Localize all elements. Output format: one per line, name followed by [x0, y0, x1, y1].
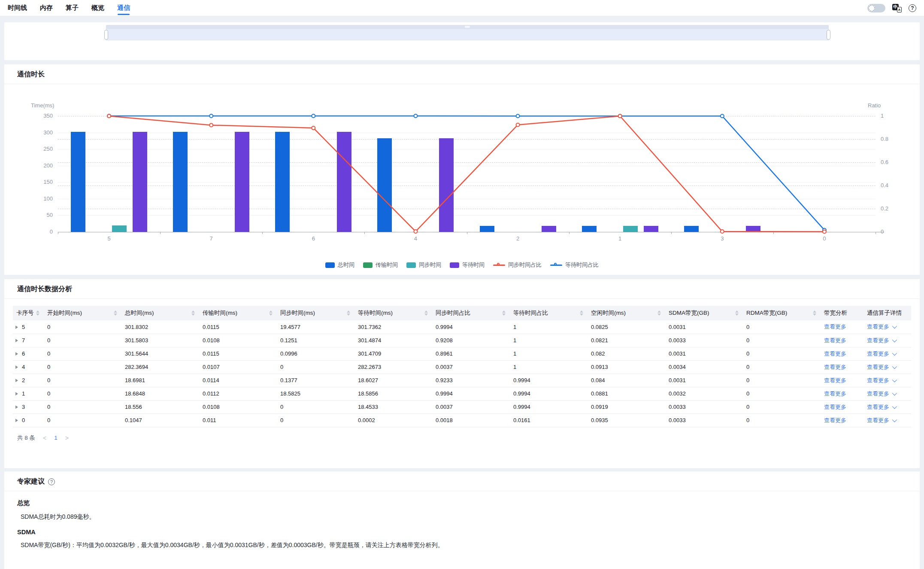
sort-icon[interactable] [657, 310, 661, 316]
prev-page-button[interactable]: < [43, 435, 46, 441]
operator-detail-link[interactable]: 查看更多 [867, 364, 889, 370]
expand-row-icon[interactable] [15, 326, 18, 329]
operator-detail-cell: 查看更多 [863, 320, 911, 334]
legend-item-同步时间[interactable]: 同步时间 [406, 261, 441, 269]
operator-detail-link[interactable]: 查看更多 [867, 337, 889, 344]
sort-icon[interactable] [191, 310, 195, 316]
column-header-inner: 传输时间(ms) [199, 309, 277, 317]
value-cell: 18.6981 [121, 374, 199, 387]
expand-row-icon[interactable] [15, 405, 18, 409]
expand-row-icon[interactable] [15, 419, 18, 422]
expand-row-icon[interactable] [15, 379, 18, 382]
sort-icon[interactable] [114, 310, 117, 316]
expand-row-icon[interactable] [15, 339, 18, 342]
view-more-link[interactable]: 查看更多 [824, 323, 846, 330]
expand-row-icon[interactable] [15, 352, 18, 356]
chevron-down-icon[interactable] [892, 337, 897, 342]
view-more-link[interactable]: 查看更多 [824, 417, 846, 423]
card-number: 7 [22, 337, 25, 344]
view-more-link[interactable]: 查看更多 [824, 390, 846, 397]
value-cell: 0 [44, 347, 121, 360]
marker-同步时间占比 [721, 230, 724, 233]
bandwidth-analysis-cell: 查看更多 [821, 360, 863, 374]
view-more-link[interactable]: 查看更多 [824, 364, 846, 370]
operator-detail-link[interactable]: 查看更多 [867, 390, 889, 397]
question-circle-icon[interactable]: ? [48, 478, 55, 485]
tab-operator[interactable]: 算子 [66, 0, 79, 16]
legend-item-传输时间[interactable]: 传输时间 [363, 261, 398, 269]
column-header-inner: 同步时间占比 [432, 309, 510, 317]
operator-detail-link[interactable]: 查看更多 [867, 404, 889, 410]
language-switch-icon[interactable]: 中 A [892, 4, 902, 12]
view-more-link[interactable]: 查看更多 [824, 377, 846, 383]
slider-track[interactable] [106, 25, 829, 29]
operator-detail-cell: 查看更多 [863, 387, 911, 400]
next-page-button[interactable]: > [65, 435, 69, 441]
tab-communication[interactable]: 通信 [117, 0, 130, 16]
sort-icon[interactable] [580, 310, 583, 316]
value-cell: 0 [44, 414, 121, 427]
column-header-inner: 通信算子详情 [863, 309, 911, 317]
sort-icon[interactable] [735, 310, 739, 316]
help-icon[interactable]: ? [909, 4, 916, 12]
legend-item-等待时间占比[interactable]: 等待时间占比 [550, 261, 599, 269]
card-number-cell: 6 [13, 347, 44, 360]
duration-analysis-section: 通信时长数据分析 卡序号开始时间(ms)总时间(ms)传输时间(ms)同步时间(… [4, 279, 920, 468]
slider-selected-window[interactable] [106, 29, 829, 40]
sort-icon[interactable] [36, 310, 39, 316]
sort-icon[interactable] [424, 310, 428, 316]
value-cell: 0 [44, 334, 121, 347]
column-header-inner: 带宽分析 [821, 309, 863, 317]
operator-detail-link[interactable]: 查看更多 [867, 377, 889, 383]
legend-item-同步时间占比[interactable]: 同步时间占比 [493, 261, 542, 269]
operator-detail-link[interactable]: 查看更多 [867, 417, 889, 423]
value-cell: 0 [44, 387, 121, 400]
tab-timeline[interactable]: 时间线 [8, 0, 27, 16]
value-cell: 0.0919 [588, 400, 665, 414]
sort-icon[interactable] [813, 310, 816, 316]
tab-memory[interactable]: 内存 [40, 0, 53, 16]
section-title-expert: 专家建议 [4, 472, 45, 491]
value-cell: 0.0821 [588, 334, 665, 347]
value-cell: 0.0107 [199, 360, 277, 374]
tab-overview[interactable]: 概览 [91, 0, 104, 16]
bandwidth-analysis-cell: 查看更多 [821, 347, 863, 360]
slider-handle-right[interactable] [827, 30, 830, 40]
legend-label: 等待时间占比 [565, 261, 599, 269]
chevron-down-icon[interactable] [892, 404, 897, 408]
view-more-link[interactable]: 查看更多 [824, 337, 846, 344]
chevron-down-icon[interactable] [892, 324, 897, 329]
value-cell: 301.5644 [121, 347, 199, 360]
operator-detail-link[interactable]: 查看更多 [867, 350, 889, 357]
operator-detail-link[interactable]: 查看更多 [867, 323, 889, 330]
chevron-down-icon[interactable] [892, 377, 897, 382]
slider-handle-left[interactable] [104, 30, 108, 40]
page-number-button[interactable]: 1 [54, 435, 58, 441]
chevron-down-icon[interactable] [892, 364, 897, 368]
line-同步时间占比 [109, 116, 824, 231]
value-cell: 0 [277, 414, 354, 427]
chevron-down-icon[interactable] [892, 350, 897, 355]
theme-toggle[interactable] [867, 4, 885, 12]
marker-同步时间占比 [414, 230, 417, 233]
expand-row-icon[interactable] [15, 365, 18, 369]
legend-item-总时间[interactable]: 总时间 [325, 261, 354, 269]
pagination: 共 8 条 < 1 > [17, 434, 920, 442]
sort-icon[interactable] [269, 310, 273, 316]
value-cell: 0.0115 [199, 347, 277, 360]
chevron-down-icon[interactable] [892, 417, 897, 422]
chart-range-slider[interactable] [106, 25, 829, 41]
legend-item-等待时间[interactable]: 等待时间 [450, 261, 485, 269]
value-cell: 0 [44, 400, 121, 414]
chevron-down-icon[interactable] [892, 390, 897, 395]
value-cell: 18.5825 [277, 387, 354, 400]
table-row: 1018.68480.011218.582518.58560.99940.999… [13, 387, 911, 400]
view-more-link[interactable]: 查看更多 [824, 404, 846, 410]
sort-icon[interactable] [502, 310, 506, 316]
value-cell: 0.0037 [432, 400, 510, 414]
column-header-inner: 开始时间(ms) [44, 309, 121, 317]
view-more-link[interactable]: 查看更多 [824, 350, 846, 357]
marker-同步时间占比 [107, 114, 111, 118]
expand-row-icon[interactable] [15, 392, 18, 396]
sort-icon[interactable] [347, 310, 350, 316]
